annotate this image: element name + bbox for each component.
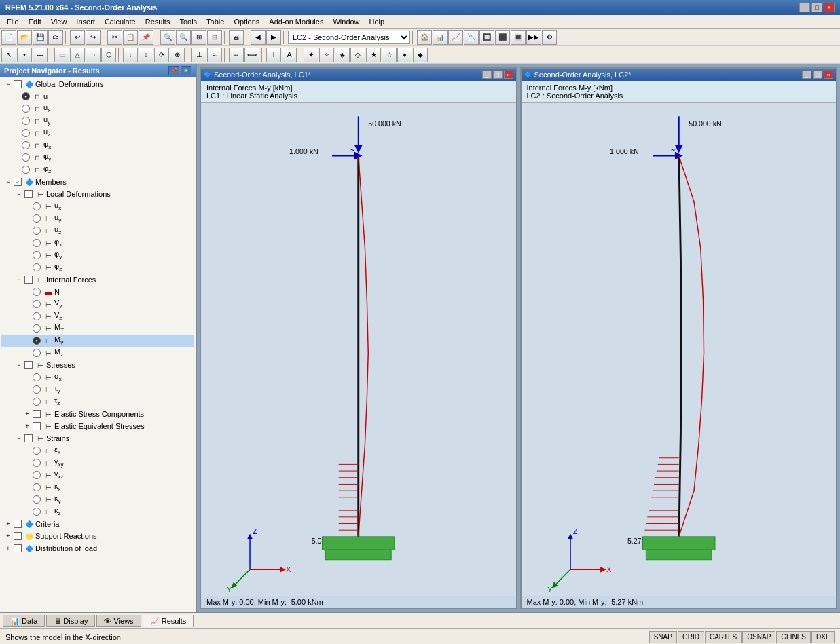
radio-tau-z[interactable] <box>33 398 41 406</box>
cb-elastic-equiv[interactable] <box>33 422 41 430</box>
tree-members[interactable]: − 🔷 Members <box>1 176 194 188</box>
misc-btn2[interactable]: ✧ <box>319 48 334 62</box>
tree-uy[interactable]: ⊓ uy <box>1 115 194 127</box>
maximize-button[interactable]: □ <box>811 3 822 12</box>
radio-phiz-l[interactable] <box>33 263 41 271</box>
radio-uy[interactable] <box>22 117 30 125</box>
redo-btn[interactable]: ↪ <box>86 30 101 45</box>
view-btn5[interactable]: 🔲 <box>479 30 494 45</box>
radio-phix[interactable] <box>22 141 30 149</box>
save-all-btn[interactable]: 🗂 <box>48 30 63 45</box>
tree-phiz-l[interactable]: ⊢ φz <box>1 261 194 273</box>
menu-table[interactable]: Table <box>202 17 228 26</box>
tree-N[interactable]: ▬ N <box>1 286 194 298</box>
view-btn7[interactable]: 🔳 <box>511 30 526 45</box>
cb-members[interactable] <box>14 178 22 186</box>
anno-btn[interactable]: A <box>282 48 297 62</box>
tree-My[interactable]: ⊢ My <box>1 335 194 347</box>
tree-ux[interactable]: ⊓ ux <box>1 102 194 115</box>
text-btn[interactable]: T <box>266 48 281 62</box>
radio-phiy[interactable] <box>22 153 30 162</box>
expand-local-def[interactable]: − <box>15 190 23 198</box>
panel1-canvas[interactable]: 50.000 kN 1.000 kN ~ <box>201 103 516 596</box>
view-btn2[interactable]: 📊 <box>433 30 448 45</box>
support-btn[interactable]: ⊥ <box>191 48 206 62</box>
tab-display[interactable]: 🖥 Display <box>46 615 95 627</box>
expand-strains[interactable]: − <box>15 434 23 442</box>
view-btn4[interactable]: 📉 <box>464 30 479 45</box>
radio-uz[interactable] <box>22 129 30 137</box>
cb-local-def[interactable] <box>24 190 33 198</box>
snap-btn-dxf[interactable]: DXF <box>811 631 835 643</box>
panel1-maximize-btn[interactable]: □ <box>493 71 503 79</box>
line-btn[interactable]: — <box>33 48 48 62</box>
minimize-button[interactable]: _ <box>799 3 810 12</box>
navigate-fwd-btn[interactable]: ▶ <box>266 30 281 45</box>
expand-elastic-stress[interactable]: + <box>23 410 31 418</box>
radio-gamma-xz[interactable] <box>33 471 41 479</box>
cb-elastic-stress[interactable] <box>33 410 41 418</box>
tree-kappa-z[interactable]: ⊢ κz <box>1 506 194 518</box>
menu-options[interactable]: Options <box>230 17 263 26</box>
cb-stresses[interactable] <box>24 361 33 369</box>
expand-criteria[interactable]: + <box>4 520 12 528</box>
radio-u[interactable] <box>22 92 30 100</box>
new-btn[interactable]: 📄 <box>1 30 16 45</box>
tree-distribution-load[interactable]: + 🔷 Distribution of load <box>1 542 194 554</box>
view-btn3[interactable]: 📈 <box>448 30 463 45</box>
draw-btn4[interactable]: ⬡ <box>101 48 116 62</box>
menu-file[interactable]: File <box>3 17 23 26</box>
radio-Mz[interactable] <box>33 349 41 357</box>
dim-btn1[interactable]: ↔ <box>229 48 244 62</box>
copy-btn[interactable]: 📋 <box>123 30 138 45</box>
tab-results[interactable]: 📈 Results <box>143 615 194 627</box>
snap-btn-osnap[interactable]: OSNAP <box>742 631 775 643</box>
cb-support[interactable] <box>14 532 22 540</box>
tree-global-deformations[interactable]: − 🔷 Global Deformations <box>1 78 194 90</box>
expand-stresses[interactable]: − <box>15 361 23 369</box>
radio-N[interactable] <box>33 288 41 296</box>
radio-Vz[interactable] <box>33 312 41 320</box>
radio-tau-y[interactable] <box>33 385 41 394</box>
expand-internal[interactable]: − <box>15 276 23 284</box>
load-btn3[interactable]: ⟳ <box>154 48 169 62</box>
cb-internal[interactable] <box>24 276 33 284</box>
draw-btn2[interactable]: △ <box>70 48 85 62</box>
tree-u[interactable]: ⊓ u <box>1 90 194 102</box>
tree-uz[interactable]: ⊓ uz <box>1 127 194 139</box>
menu-window[interactable]: Window <box>329 17 363 26</box>
draw-btn3[interactable]: ○ <box>86 48 101 62</box>
tree-stresses[interactable]: − ⊢ Stresses <box>1 359 194 371</box>
load-case-combo[interactable]: LC2 - Second-Order Analysis <box>288 31 410 44</box>
expand-global-def[interactable]: − <box>4 80 12 88</box>
dim-btn2[interactable]: ⟺ <box>244 48 259 62</box>
expand-distribution[interactable]: + <box>4 544 12 552</box>
radio-kappa-y[interactable] <box>33 495 41 504</box>
tree-Vz[interactable]: ⊢ Vz <box>1 310 194 322</box>
misc-btn6[interactable]: ☆ <box>382 48 397 62</box>
radio-Vy[interactable] <box>33 300 41 308</box>
tree-kappa-y[interactable]: ⊢ κy <box>1 493 194 506</box>
misc-btn4[interactable]: ◇ <box>350 48 365 62</box>
misc-btn8[interactable]: ◆ <box>413 48 428 62</box>
settings-btn[interactable]: ⚙ <box>542 30 557 45</box>
print-btn[interactable]: 🖨 <box>229 30 244 45</box>
open-btn[interactable]: 📂 <box>17 30 32 45</box>
tree-elastic-equiv-stress[interactable]: + ⊢ Elastic Equivalent Stresses <box>1 420 194 432</box>
tab-views[interactable]: 👁 Views <box>96 615 141 627</box>
radio-uz-l[interactable] <box>33 227 41 235</box>
panel2-canvas[interactable]: 50.000 kN 1.000 kN ~ <box>522 103 837 596</box>
zoom-fit-btn[interactable]: ⊞ <box>191 30 206 45</box>
cut-btn[interactable]: ✂ <box>107 30 122 45</box>
select-btn[interactable]: ↖ <box>1 48 16 62</box>
view-btn6[interactable]: ⬛ <box>495 30 510 45</box>
tree-phix-l[interactable]: ⊢ φx <box>1 237 194 249</box>
menu-calculate[interactable]: Calculate <box>101 17 140 26</box>
tree-Mz[interactable]: ⊢ Mz <box>1 347 194 359</box>
spring-btn[interactable]: ≈ <box>207 48 222 62</box>
radio-sigma-x[interactable] <box>33 373 41 381</box>
misc-btn1[interactable]: ✦ <box>304 48 318 62</box>
tree-local-def[interactable]: − ⊢ Local Deformations <box>1 188 194 200</box>
menu-tools[interactable]: Tools <box>175 17 201 26</box>
tree-gamma-xy[interactable]: ⊢ γxy <box>1 457 194 469</box>
